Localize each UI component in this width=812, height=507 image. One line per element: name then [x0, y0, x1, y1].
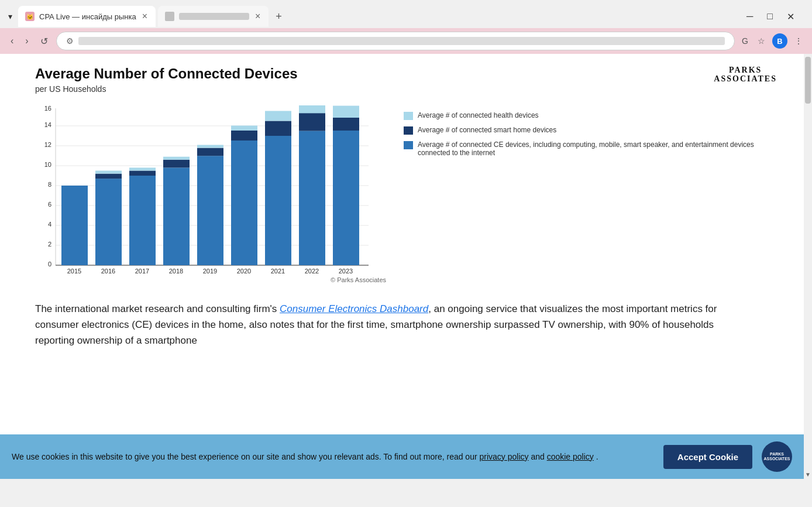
maximize-button[interactable]: □ — [761, 8, 779, 25]
svg-text:14: 14 — [44, 121, 51, 128]
tab-cpa-live[interactable]: 🐱 CPA Live — инсайды рынка × — [18, 6, 156, 27]
legend-label-health: Average # of connected health devices — [418, 111, 539, 119]
svg-text:6: 6 — [48, 201, 51, 208]
cookie-banner: We use cookies in this website to give y… — [0, 434, 804, 479]
accept-cookie-button[interactable]: Accept Cookie — [663, 445, 752, 469]
tab-close-second[interactable]: × — [254, 11, 262, 22]
minimize-button[interactable]: ─ — [741, 8, 759, 25]
bar-2016-health — [95, 171, 122, 174]
parks-logo: PARKS ASSOCIATES — [714, 66, 777, 84]
svg-text:2: 2 — [48, 241, 51, 248]
body-text: The international market research and co… — [35, 301, 737, 349]
page-content: ▲ ▼ Average Number of Connected Devices … — [0, 54, 812, 479]
svg-text:8: 8 — [48, 181, 51, 188]
scroll-down[interactable]: ▼ — [804, 470, 812, 479]
bar-2016-ce — [95, 179, 122, 265]
bar-2020-health — [231, 126, 257, 131]
chart-header: Average Number of Connected Devices per … — [35, 66, 777, 94]
bar-2021-health — [265, 111, 291, 121]
chart-section: Average Number of Connected Devices per … — [35, 66, 777, 283]
bar-2019-ce — [197, 156, 223, 265]
svg-text:2015: 2015 — [67, 268, 81, 275]
legend-item-smart-home: Average # of connected smart home device… — [404, 126, 777, 135]
address-bar: ‹ › ↺ ⚙ G ☆ B ⋮ — [0, 28, 812, 54]
legend-item-health: Average # of connected health devices — [404, 111, 777, 120]
chart-legend: Average # of connected health devices Av… — [404, 105, 777, 163]
bar-2019-smart — [197, 148, 223, 156]
svg-text:2019: 2019 — [203, 268, 217, 275]
address-icons: G ☆ B ⋮ — [739, 33, 805, 49]
chart-container: 0 2 4 6 8 10 12 14 16 — [35, 105, 777, 283]
bar-2022-health — [299, 105, 325, 113]
translate-icon[interactable]: G — [739, 34, 751, 48]
svg-text:4: 4 — [48, 221, 51, 228]
svg-text:0: 0 — [48, 261, 51, 268]
svg-text:16: 16 — [44, 105, 51, 112]
bar-2022-smart — [299, 113, 325, 131]
scroll-thumb[interactable] — [805, 57, 811, 104]
tab-bar: ▾ 🐱 CPA Live — инсайды рынка × × + ─ □ ✕ — [0, 0, 812, 28]
bar-2019-health — [197, 145, 223, 148]
svg-text:12: 12 — [44, 141, 51, 148]
url-input[interactable]: ⚙ — [56, 32, 735, 50]
browser-chrome: ▾ 🐱 CPA Live — инсайды рынка × × + ─ □ ✕… — [0, 0, 812, 54]
bar-2021-smart — [265, 121, 291, 136]
bar-2017-ce — [129, 176, 156, 265]
bar-2017-health — [129, 167, 156, 170]
legend-color-smart-home — [404, 126, 413, 135]
tab-label-second — [179, 13, 249, 20]
svg-text:2023: 2023 — [339, 268, 353, 275]
svg-text:2017: 2017 — [135, 268, 149, 275]
svg-text:2016: 2016 — [101, 268, 115, 275]
tab-favicon-other — [165, 12, 174, 21]
bar-2023-health — [333, 106, 359, 118]
cookie-dot: . — [594, 452, 598, 461]
tab-close-cpa[interactable]: × — [141, 11, 149, 22]
legend-label-smart-home: Average # of connected smart home device… — [418, 126, 556, 134]
cookie-text: We use cookies in this website to give y… — [12, 451, 654, 463]
bookmark-icon[interactable]: ☆ — [755, 34, 768, 48]
svg-text:2021: 2021 — [271, 268, 285, 275]
chart-subtitle: per US Households — [35, 84, 298, 94]
menu-button[interactable]: ⋮ — [792, 34, 805, 48]
consumer-electronics-link[interactable]: Consumer Electronics Dashboard — [280, 303, 428, 314]
bar-chart-svg: 0 2 4 6 8 10 12 14 16 — [35, 105, 386, 275]
scrollbar[interactable]: ▲ ▼ — [804, 54, 812, 479]
legend-item-ce: Average # of connected CE devices, inclu… — [404, 141, 777, 157]
cookie-message: We use cookies in this website to give y… — [12, 452, 480, 461]
tab-favicon-cat: 🐱 — [25, 12, 35, 21]
bar-2023-smart — [333, 118, 359, 131]
chart-title-block: Average Number of Connected Devices per … — [35, 66, 298, 94]
chart-title: Average Number of Connected Devices — [35, 66, 298, 82]
chart-copyright: © Parks Associates — [35, 276, 386, 283]
bar-2016-smart — [95, 174, 122, 179]
tab-dropdown-btn[interactable]: ▾ — [5, 9, 16, 23]
tab-second[interactable]: × — [158, 6, 269, 27]
bar-2023-ce — [333, 131, 359, 265]
bar-2018-ce — [163, 167, 190, 265]
bar-2018-health — [163, 157, 190, 160]
new-tab-button[interactable]: + — [271, 8, 287, 25]
bar-2022-ce — [299, 131, 325, 266]
bar-2018-smart — [163, 160, 190, 168]
security-icon: ⚙ — [66, 36, 74, 46]
bar-2017-smart — [129, 171, 156, 176]
legend-color-ce — [404, 141, 413, 149]
avatar[interactable]: B — [772, 33, 787, 49]
bar-2020-smart — [231, 131, 257, 141]
reload-button[interactable]: ↺ — [37, 33, 51, 49]
window-controls: ─ □ ✕ — [734, 8, 807, 26]
cookie-and-text: and — [529, 452, 547, 461]
tab-label-cpa: CPA Live — инсайды рынка — [39, 12, 136, 21]
bar-2020-ce — [231, 141, 257, 265]
legend-label-ce: Average # of connected CE devices, inclu… — [418, 141, 777, 157]
cookie-policy-link[interactable]: cookie policy — [547, 452, 594, 461]
privacy-policy-link[interactable]: privacy policy — [480, 452, 529, 461]
parks-badge: PARKS ASSOCIATES — [762, 441, 792, 472]
close-button[interactable]: ✕ — [781, 8, 800, 26]
bar-2021-ce — [265, 136, 291, 265]
forward-button[interactable]: › — [22, 33, 32, 49]
bar-2015-ce — [61, 186, 88, 265]
chart-area: 0 2 4 6 8 10 12 14 16 — [35, 105, 386, 275]
back-button[interactable]: ‹ — [7, 33, 17, 49]
